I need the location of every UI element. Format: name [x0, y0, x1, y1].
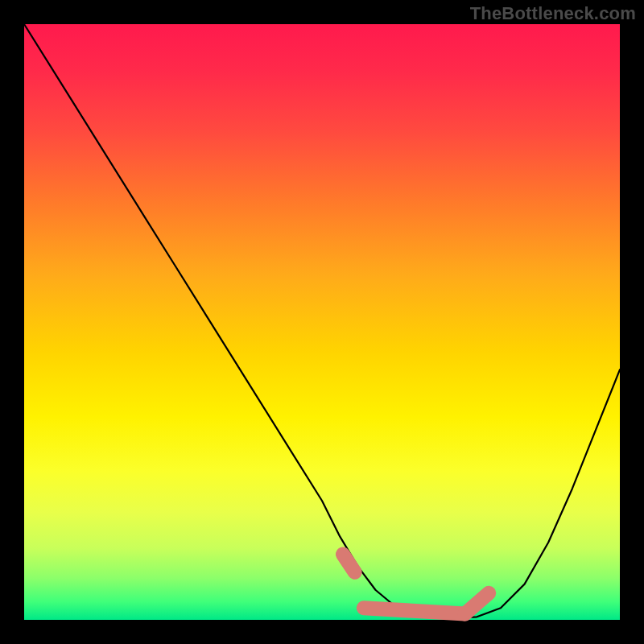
attribution-text: TheBottleneck.com: [470, 3, 636, 24]
curve-overlay: [24, 24, 620, 620]
plot-gradient-background: [24, 24, 620, 620]
highlight-segment: [364, 608, 465, 613]
highlight-segment: [465, 593, 489, 614]
chart-frame: TheBottleneck.com: [0, 0, 644, 644]
highlight-segment: [343, 555, 355, 572]
highlight-band: [343, 555, 489, 614]
bottleneck-curve-line: [24, 24, 620, 618]
